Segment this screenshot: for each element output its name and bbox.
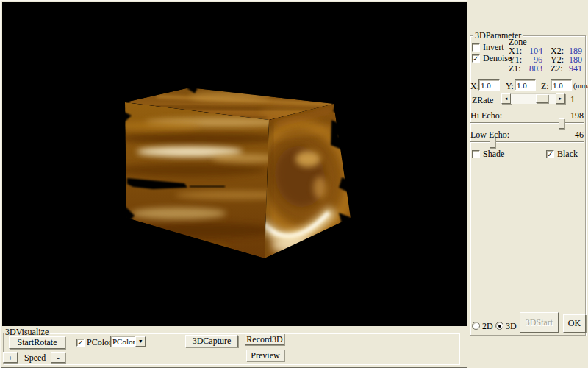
check-icon: ✓ [473, 54, 478, 63]
black-checkbox[interactable]: ✓ [546, 150, 554, 158]
scale-x-input[interactable] [478, 79, 500, 91]
hi-echo-thumb[interactable] [559, 118, 564, 129]
ok-button[interactable]: OK [563, 314, 586, 333]
zone-z2-value: 941 [566, 64, 582, 73]
record-3d-button[interactable]: Record3D [245, 333, 284, 345]
invert-checkbox[interactable] [472, 43, 480, 52]
parameter-panel: 3DParameter Invert ✓ Denoise Zone X1: 10… [467, 0, 588, 368]
scale-y-input[interactable] [514, 79, 536, 91]
start-3d-button[interactable]: 3DStart [520, 312, 559, 333]
zrate-scrollbar[interactable]: ◄ ► [501, 93, 565, 104]
zrate-thumb[interactable] [536, 94, 548, 103]
scale-z-label: Z: [541, 82, 549, 91]
mode-2d-label: 2D [482, 322, 493, 330]
mode-3d-label: 3D [506, 322, 517, 330]
capture-3d-button[interactable]: 3DCapture [185, 335, 238, 347]
dropdown-arrow-icon[interactable]: ▼ [135, 336, 146, 347]
hi-echo-label: Hi Echo: [470, 111, 502, 120]
zrate-left-arrow-icon[interactable]: ◄ [501, 93, 511, 104]
pcolor-dropdown[interactable]: PColor ▼ [110, 336, 140, 347]
scale-y-label: Y: [506, 82, 514, 91]
render-viewport[interactable] [2, 2, 467, 326]
shade-label: Shade [483, 149, 504, 158]
zrate-label: ZRate [472, 96, 493, 105]
scale-z-input[interactable] [551, 79, 572, 91]
mode-3d-radio[interactable] [495, 322, 503, 330]
low-echo-value: 46 [556, 130, 584, 139]
pcolor-dropdown-value: PColor [111, 336, 135, 347]
pcolor-checkbox-label: PColor [87, 338, 112, 347]
visualize-panel: 3DVisualize StartRotate + Speed - ✓ PCol… [2, 326, 461, 366]
denoise-label: Denoise [483, 54, 512, 63]
check-icon: ✓ [77, 339, 83, 347]
speed-label: Speed [24, 353, 46, 362]
speed-minus-button[interactable]: - [51, 352, 65, 363]
scale-unit-label: (mm/p) [573, 82, 588, 91]
invert-label: Invert [483, 43, 504, 52]
mode-2d-radio[interactable] [472, 322, 480, 330]
black-label: Black [557, 149, 578, 158]
preview-button[interactable]: Preview [246, 350, 284, 361]
check-icon: ✓ [547, 150, 553, 158]
zrate-right-arrow-icon[interactable]: ► [556, 93, 565, 104]
zrate-value: 1 [570, 95, 575, 104]
shade-checkbox[interactable] [472, 150, 480, 158]
visualize-group-title: 3DVisualize [4, 328, 50, 336]
start-rotate-button[interactable]: StartRotate [9, 336, 65, 349]
low-echo-thumb[interactable] [490, 138, 495, 148]
zrate-track[interactable] [511, 93, 556, 104]
pcolor-checkbox[interactable]: ✓ [76, 339, 85, 347]
application-window: 3DParameter Invert ✓ Denoise Zone X1: 10… [0, 0, 588, 368]
zone-z1-label: Z1: [509, 64, 521, 73]
hi-echo-slider[interactable] [470, 122, 584, 124]
denoise-checkbox[interactable]: ✓ [472, 54, 480, 63]
zone-z1-value: 803 [526, 64, 542, 73]
volume-render [2, 2, 467, 326]
zone-z2-label: Z2: [551, 64, 563, 73]
low-echo-slider[interactable] [470, 141, 584, 143]
speed-plus-button[interactable]: + [3, 352, 18, 363]
